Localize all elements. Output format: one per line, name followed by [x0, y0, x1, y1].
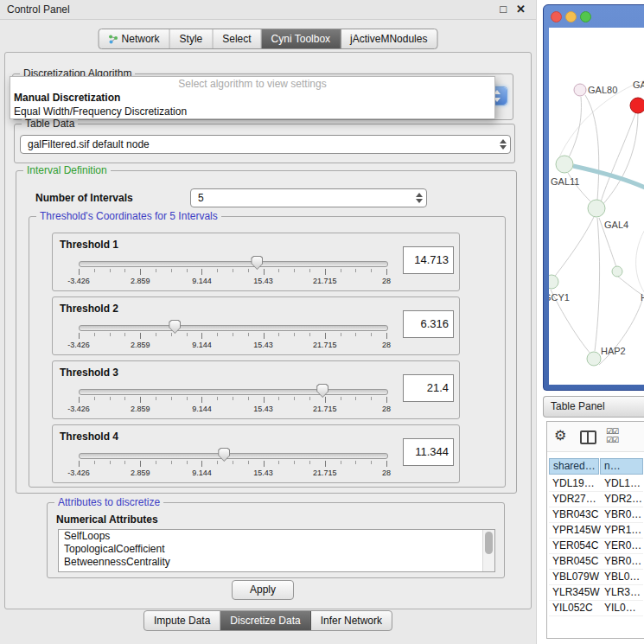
tab-impute-data[interactable]: Impute Data	[144, 611, 220, 630]
tab-style[interactable]: Style	[170, 29, 214, 48]
threshold-value-field[interactable]: 6.316	[403, 310, 454, 338]
num-intervals-combobox[interactable]: 5	[190, 188, 427, 207]
attribute-list-item[interactable]: SelfLoops	[59, 530, 494, 543]
threshold-label: Threshold 3	[60, 367, 118, 379]
close-button[interactable]: ✕	[516, 3, 526, 16]
threshold-value-field[interactable]: 14.713	[403, 246, 454, 274]
network-node-gal4[interactable]	[588, 200, 605, 217]
network-node-gal11[interactable]	[556, 156, 573, 173]
tab-label: Network	[122, 33, 160, 45]
slider-track[interactable]	[79, 453, 388, 459]
apply-button[interactable]: Apply	[232, 580, 294, 600]
tab-infer-network[interactable]: Infer Network	[311, 611, 392, 630]
slider-scale-labels: -3.4262.8599.14415.4321.71528	[79, 277, 386, 285]
tab-label: Select	[222, 33, 251, 45]
table-row[interactable]: YBR043CYBR0…	[549, 507, 643, 523]
network-edge[interactable]	[553, 217, 594, 278]
table-cell: YLR345W	[549, 585, 601, 600]
table-row[interactable]: YDR27…YDR2…	[549, 492, 643, 507]
algorithm-dropdown-popup: Select algorithm to view settings Manual…	[10, 76, 495, 119]
slider-track[interactable]	[79, 261, 388, 267]
table-cell: YBR0…	[601, 507, 643, 522]
tab-jactivemnodules[interactable]: jActiveMNodules	[341, 29, 437, 48]
table-cell: YPR145W	[549, 523, 601, 538]
table-row[interactable]: YLR345WYLR3…	[549, 585, 643, 601]
network-node-gal80[interactable]	[574, 84, 586, 96]
dropdown-option[interactable]: Manual Discretization	[10, 91, 494, 105]
network-node-gcy1[interactable]	[549, 275, 558, 289]
threshold-value-field[interactable]: 21.4	[403, 374, 454, 402]
slider-track[interactable]	[79, 389, 388, 395]
network-edge[interactable]	[573, 166, 644, 188]
combobox-spinner-icon	[414, 192, 423, 204]
mac-minimize-button[interactable]	[565, 11, 577, 22]
screen: Control Panel □ ✕ NetworkStyleSelectCyni…	[0, 0, 644, 644]
table-row[interactable]: YPR145WYPR1…	[549, 523, 643, 539]
threshold-value-field[interactable]: 11.344	[403, 438, 454, 466]
table-cell: YIL0…	[601, 601, 643, 615]
mac-close-button[interactable]	[551, 11, 562, 22]
gear-icon[interactable]: ⚙	[554, 427, 566, 443]
dropdown-option[interactable]: Equal Width/Frequency Discretization	[10, 105, 494, 118]
network-canvas[interactable]: GAL80GAL11GAL4GCY1HAP2GAH	[549, 28, 644, 385]
threshold-label: Threshold 1	[60, 239, 118, 251]
attributes-list[interactable]: SelfLoopsTopologicalCoefficientBetweenne…	[58, 529, 495, 572]
scale-label: 2.859	[131, 341, 150, 349]
table-data-group-title: Table Data	[22, 118, 78, 130]
node-label: GCY1	[549, 292, 570, 303]
scale-label: 15.43	[253, 277, 273, 285]
slider-ticks	[79, 461, 386, 468]
table-cell: YBL0…	[601, 570, 643, 584]
table-row[interactable]: YIL052CYIL0…	[549, 601, 643, 616]
column-header[interactable]: n…	[600, 458, 643, 475]
network-node-hap2[interactable]	[587, 352, 601, 366]
table-row[interactable]: YER054CYER0…	[549, 539, 643, 554]
float-window-button[interactable]: □	[500, 3, 507, 16]
select-columns-icon[interactable]: ☑☑ ☑☑	[606, 427, 627, 444]
scale-label: 28	[382, 405, 391, 413]
slider-track[interactable]	[79, 325, 388, 331]
network-node[interactable]	[612, 266, 622, 277]
slider-thumb[interactable]	[169, 320, 181, 334]
network-edge[interactable]	[568, 97, 581, 159]
table-cell: YIL052C	[549, 601, 601, 615]
table-cell: YBR043C	[549, 507, 601, 522]
attribute-list-item[interactable]: TopologicalCoefficient	[59, 543, 494, 556]
table-window: ⚙ ☑☑ ☑☑ shared…n… YDL19…YDL1…YDR27…YDR2……	[546, 421, 644, 639]
node-label: GA	[633, 80, 644, 90]
slider-thumb[interactable]	[218, 448, 230, 462]
slider-scale-labels: -3.4262.8599.14415.4321.71528	[79, 341, 386, 349]
scale-label: 21.715	[313, 469, 337, 477]
table-row[interactable]: YBL079WYBL0…	[549, 570, 643, 585]
network-edge[interactable]	[603, 113, 638, 205]
network-edge[interactable]	[636, 226, 644, 296]
table-cell: YBL079W	[549, 570, 601, 584]
table-row[interactable]: YDL19…YDL1…	[549, 476, 643, 492]
tab-discretize-data[interactable]: Discretize Data	[220, 611, 310, 630]
table-data-combobox[interactable]: galFiltered.sif default node	[20, 135, 511, 154]
scale-label: -3.426	[67, 405, 90, 413]
attributes-scrollbar[interactable]	[482, 530, 494, 571]
scrollbar-thumb[interactable]	[485, 532, 493, 554]
network-icon	[109, 35, 118, 44]
table-panel-bar[interactable]: Table Panel	[543, 396, 644, 418]
attribute-list-item[interactable]: BetweennessCentrality	[59, 556, 494, 569]
tab-select[interactable]: Select	[213, 29, 261, 48]
network-edge[interactable]	[585, 95, 599, 201]
slider-thumb[interactable]	[316, 384, 328, 398]
tab-network[interactable]: Network	[99, 29, 170, 48]
node-label: H	[641, 292, 644, 303]
window-title: Control Panel	[7, 3, 70, 16]
mac-zoom-button[interactable]	[580, 11, 591, 22]
control-panel-titlebar: Control Panel □ ✕	[0, 0, 536, 20]
network-edge[interactable]	[595, 218, 600, 351]
tab-cyni-toolbox[interactable]: Cyni Toolbox	[262, 29, 341, 48]
columns-icon[interactable]	[580, 430, 596, 444]
attributes-group: Attributes to discretize Numerical Attri…	[47, 502, 505, 578]
table-row[interactable]: YBR045CYBR0…	[549, 554, 643, 570]
network-node[interactable]	[630, 98, 644, 113]
scale-label: 2.859	[131, 277, 150, 285]
scale-label: -3.426	[67, 341, 90, 349]
column-header[interactable]: shared…	[549, 458, 599, 475]
slider-thumb[interactable]	[251, 256, 263, 270]
